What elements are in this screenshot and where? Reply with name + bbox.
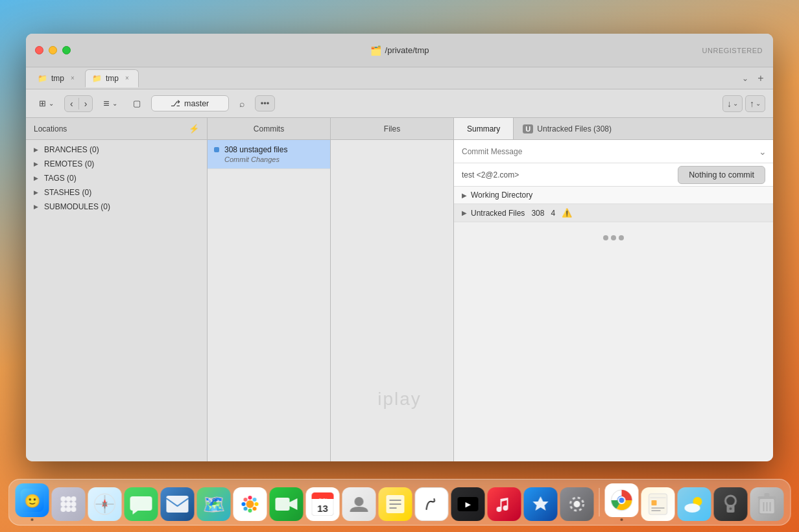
add-tab-button[interactable]: +: [754, 71, 768, 86]
sidebar-toggle-arrow: ⌄: [49, 100, 54, 107]
more-icon: •••: [261, 98, 270, 108]
tab-bar: 📁 tmp × 📁 tmp × ⌄ +: [26, 67, 773, 89]
dock: 🙂 🗺️: [8, 479, 791, 526]
files-header: Files: [331, 118, 453, 140]
dock-item-freeform[interactable]: [415, 487, 449, 521]
dock-item-preview[interactable]: [641, 487, 675, 521]
sort-down-button[interactable]: ↓ ⌄: [722, 95, 743, 112]
terminal-button[interactable]: ▢: [128, 96, 146, 111]
tab-tmp-1[interactable]: 📁 tmp ×: [31, 69, 84, 87]
untracked-files-section-row[interactable]: ▶ Untracked Files 308 4 ⚠️: [454, 204, 773, 222]
stash-button[interactable]: ≡ ⌄: [98, 95, 122, 112]
commit-info: 308 unstaged files Commit Changes: [224, 145, 324, 163]
commit-message-input[interactable]: [454, 140, 752, 163]
calendar-icon: 13JUN: [306, 487, 340, 521]
nothing-to-commit-button[interactable]: Nothing to commit: [678, 166, 765, 184]
untracked-files-arrow-icon: ▶: [462, 209, 467, 216]
dock-item-system-preferences[interactable]: [560, 487, 594, 521]
tab-label-1: tmp: [51, 74, 64, 83]
svg-point-5: [61, 502, 66, 507]
tab-close-1[interactable]: ×: [68, 74, 77, 83]
dock-item-finder[interactable]: 🙂: [16, 483, 49, 521]
dock-item-trash[interactable]: [750, 487, 784, 521]
dock-item-weather[interactable]: [678, 487, 711, 521]
tab-summary[interactable]: Summary: [454, 118, 514, 139]
dock-item-safari[interactable]: [88, 487, 122, 521]
author-text: test <2@2.com>: [462, 170, 673, 179]
system-preferences-icon: [560, 487, 594, 521]
sidebar-item-tags[interactable]: ▶ TAGS (0): [26, 171, 207, 185]
commit-message-dropdown-icon[interactable]: ⌄: [752, 140, 773, 163]
sidebar-item-remotes[interactable]: ▶ REMOTES (0): [26, 157, 207, 171]
svg-rect-26: [276, 498, 290, 511]
dock-item-calendar[interactable]: 13JUN: [306, 487, 340, 521]
folder-icon: 🗂️: [370, 45, 381, 56]
svg-point-6: [66, 502, 71, 507]
svg-point-33: [355, 497, 364, 506]
working-directory-row[interactable]: ▶ Working Directory: [454, 187, 773, 204]
dock-item-maps[interactable]: 🗺️: [197, 487, 231, 521]
tabs-dropdown-icon[interactable]: ⌄: [742, 74, 748, 83]
facetime-icon: [270, 487, 304, 521]
search-button[interactable]: ⌕: [234, 96, 250, 111]
dock-item-contacts[interactable]: [342, 487, 376, 521]
svg-point-23: [253, 498, 257, 502]
chrome-icon: [605, 483, 639, 517]
svg-point-49: [685, 503, 700, 513]
sidebar-content: ▶ BRANCHES (0) ▶ REMOTES (0) ▶ TAGS (0) …: [26, 140, 207, 461]
tab-tmp-2[interactable]: 📁 tmp ×: [85, 69, 139, 87]
sidebar-item-stashes[interactable]: ▶ STASHES (0): [26, 185, 207, 200]
dock-item-appletv[interactable]: ▶: [451, 487, 485, 521]
loading-dots: [454, 222, 773, 253]
svg-point-3: [66, 496, 71, 502]
dock-item-gpg[interactable]: [714, 487, 748, 521]
svg-marker-27: [290, 498, 298, 510]
minimize-button[interactable]: [49, 46, 57, 54]
svg-point-7: [71, 502, 77, 507]
stashes-label: STASHES (0): [44, 188, 91, 197]
dock-item-facetime[interactable]: [270, 487, 304, 521]
dock-item-launchpad[interactable]: [52, 487, 86, 521]
summary-content: ⌄ test <2@2.com> Nothing to commit ▶ Wor…: [454, 140, 773, 461]
dock-separator: [599, 488, 600, 516]
svg-point-25: [253, 507, 257, 511]
svg-text:🙂: 🙂: [24, 493, 40, 509]
files-panel: Files: [331, 118, 454, 461]
svg-point-18: [248, 496, 252, 500]
dock-item-chrome[interactable]: [605, 483, 639, 521]
dock-item-music[interactable]: [488, 487, 521, 521]
commit-subtitle: Commit Changes: [224, 156, 324, 163]
sidebar-item-submodules[interactable]: ▶ SUBMODULES (0): [26, 200, 207, 214]
dock-item-appstore[interactable]: [524, 487, 558, 521]
dock-item-photos[interactable]: [233, 487, 267, 521]
dot-1: [603, 235, 608, 240]
dock-item-notes[interactable]: [379, 487, 412, 521]
dock-item-messages[interactable]: [125, 487, 158, 521]
sort-up-button[interactable]: ↑ ⌄: [745, 95, 765, 112]
tab-untracked-files[interactable]: U Untracked Files (308): [514, 118, 621, 139]
commit-title: 308 unstaged files: [224, 145, 324, 154]
author-row: test <2@2.com> Nothing to commit: [454, 163, 773, 187]
svg-point-8: [61, 507, 66, 512]
photos-icon: [233, 487, 267, 521]
close-button[interactable]: [35, 46, 43, 54]
filter-icon[interactable]: ⚡: [189, 124, 199, 133]
fullscreen-button[interactable]: [62, 46, 71, 54]
nav-forward-button[interactable]: ›: [79, 96, 93, 111]
nav-back-button[interactable]: ‹: [65, 96, 78, 111]
branch-selector[interactable]: ⎇ master: [151, 95, 229, 111]
window-title: 🗂️ /private/tmp: [370, 45, 429, 56]
commits-content: 308 unstaged files Commit Changes: [208, 140, 330, 461]
svg-point-22: [244, 498, 248, 502]
trash-icon: [750, 487, 784, 521]
branch-label: master: [184, 99, 209, 108]
commit-item-0[interactable]: 308 unstaged files Commit Changes: [208, 140, 330, 169]
svg-rect-47: [652, 500, 657, 505]
dock-item-mail[interactable]: [161, 487, 195, 521]
sidebar-toggle-button[interactable]: ⊞ ⌄: [34, 96, 59, 111]
sidebar-item-branches[interactable]: ▶ BRANCHES (0): [26, 143, 207, 157]
tab-close-2[interactable]: ×: [123, 74, 132, 83]
svg-point-52: [730, 507, 732, 510]
more-button[interactable]: •••: [255, 95, 276, 111]
commit-message-row: ⌄: [454, 140, 773, 163]
